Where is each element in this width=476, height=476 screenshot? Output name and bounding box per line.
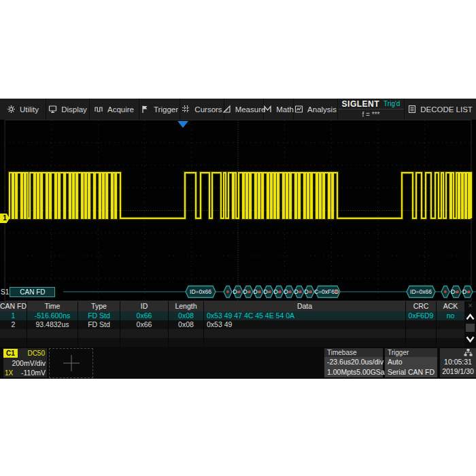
- truncated-data-dot: [269, 290, 271, 293]
- menu-item-math[interactable]: Math: [264, 99, 294, 120]
- cell-id: 0x66: [120, 311, 169, 320]
- decode-protocol-box: CAN FD: [10, 287, 55, 297]
- analysis-chart-icon: [294, 105, 303, 114]
- frequency-readout: f = ***: [338, 109, 404, 120]
- truncated-data-dot: [444, 290, 447, 293]
- menu-item-analysis[interactable]: Analysis: [294, 99, 338, 120]
- truncated-data-dot: [238, 290, 241, 293]
- gear-icon: [7, 105, 16, 114]
- truncated-data-dot: [226, 290, 229, 293]
- channel-offset: -110mV: [21, 369, 46, 377]
- timebase-title: Timebase: [324, 348, 383, 357]
- trigger-panel[interactable]: Trigger Auto Serial CAN FD: [385, 348, 437, 377]
- monitor-icon: [48, 105, 57, 114]
- decode-bus-label[interactable]: S1 CAN FD: [0, 286, 55, 298]
- channel1-descriptor[interactable]: C1 DC50 200mV/div 1X -110mV: [3, 348, 47, 377]
- time-display: 10:05:31: [440, 357, 476, 367]
- menu-item-display[interactable]: Display: [46, 99, 90, 120]
- table-scrollbar: ×: [464, 301, 476, 347]
- menu-item-utility[interactable]: Utility: [0, 99, 46, 120]
- cell-crc: 0xF6D9: [406, 311, 437, 320]
- decode-list-button[interactable]: DECODE LIST: [405, 99, 476, 120]
- truncated-data-dot: [335, 290, 338, 293]
- decode-list-label: DECODE LIST: [420, 105, 473, 114]
- timebase-panel[interactable]: Timebase -23.6us 20.0us/div 1.00Mpts 5.0…: [324, 348, 383, 377]
- decode-source-label: S1: [1, 288, 9, 296]
- trigger-title: Trigger: [385, 348, 437, 357]
- column-header-id: ID: [120, 301, 169, 311]
- decode-table: CAN FD Time Type ID Length Data CRC ACK …: [0, 301, 476, 347]
- status-bar: C1 DC50 200mV/div 1X -110mV Timebase -23…: [0, 347, 476, 379]
- column-header-time: Time: [27, 301, 78, 311]
- square-wave-icon: [95, 105, 103, 114]
- cell-data: 0x53 49 47 4C 45 4E 54 0A: [204, 311, 406, 320]
- cell-data: 0x53 49: [204, 320, 406, 329]
- add-channel-button[interactable]: [49, 348, 93, 378]
- scroll-down-button[interactable]: [466, 335, 475, 343]
- menu-item-label: Math: [276, 105, 294, 114]
- cell-type: FD Std: [78, 311, 120, 320]
- cell-length: 0x08: [169, 311, 204, 320]
- decode-bubble-label: ID=0x66: [410, 288, 432, 295]
- cell-frame-number: 2: [0, 320, 27, 329]
- date-display: 2019/1/30: [440, 367, 476, 376]
- siglent-logo: SIGLENT: [342, 99, 380, 109]
- truncated-data-dot: [258, 290, 261, 293]
- trigger-position-marker[interactable]: [177, 121, 188, 128]
- cell-time: 93.4832us: [27, 320, 78, 329]
- brand-block: SIGLENT Trig'd f = ***: [338, 99, 405, 120]
- column-header-canfd: CAN FD: [0, 301, 27, 311]
- decode-bubble-label: C=0xF6D: [314, 288, 339, 295]
- cell-type: FD Std: [78, 320, 120, 329]
- list-icon: [408, 105, 416, 114]
- menu-item-label: Acquire: [107, 105, 134, 114]
- can-signal-trace: [5, 173, 471, 218]
- menu-item-measure[interactable]: Measure: [224, 99, 264, 120]
- decode-table-header: CAN FD Time Type ID Length Data CRC ACK: [0, 301, 464, 311]
- menu-item-label: Display: [61, 105, 87, 114]
- channel1-badge: C1: [3, 349, 18, 358]
- trigger-mode: Auto: [388, 357, 403, 367]
- trigger-status-badge: Trig'd: [384, 100, 400, 107]
- decode-bubble-label: ID=0x66: [190, 288, 211, 295]
- cell-ack: no: [437, 311, 464, 320]
- menu-item-trigger[interactable]: Trigger: [139, 99, 180, 120]
- scroll-up-button[interactable]: [466, 313, 475, 321]
- clock-panel[interactable]: 10:05:31 2019/1/30: [440, 348, 476, 377]
- waveform-plot: [0, 120, 476, 301]
- column-header-length: Length: [169, 301, 204, 311]
- menu-item-label: Measure: [235, 105, 266, 114]
- scrollbar-thumb[interactable]: [466, 324, 475, 332]
- menu-item-acquire[interactable]: Acquire: [90, 99, 139, 120]
- table-row[interactable]: 1 -516.600ns FD Std 0x66 0x08 0x53 49 47…: [0, 311, 464, 320]
- network-icon: [464, 349, 473, 356]
- plus-icon: [60, 352, 83, 375]
- truncated-data-dot: [456, 290, 459, 293]
- menu-bar: Utility Display Acquire Trigger: [0, 99, 476, 120]
- cell-id: 0x66: [120, 320, 169, 329]
- channel-probe: 1X: [5, 369, 13, 377]
- waveform-area: 1 ID=0x66D=D=D=D=D=D=D=D=C=0xF6DID=0x66D…: [0, 120, 476, 301]
- column-header-crc: CRC: [406, 301, 437, 311]
- table-row-empty: [0, 338, 464, 347]
- channel-scale: 200mV/div: [12, 359, 46, 367]
- oscilloscope-screen: Utility Display Acquire Trigger: [0, 99, 476, 379]
- cell-crc: [406, 320, 437, 329]
- flag-icon: [141, 105, 150, 114]
- column-header-ack: ACK: [437, 301, 464, 311]
- truncated-data-dot: [309, 290, 312, 293]
- timebase-scale: 20.0us/div: [351, 357, 384, 367]
- truncated-data-dot: [279, 290, 282, 293]
- close-decode-table-button[interactable]: ×: [464, 301, 476, 310]
- timebase-points: 1.00Mpts: [327, 367, 356, 377]
- crosshair-hash-icon: [182, 105, 190, 114]
- truncated-data-dot: [299, 290, 302, 293]
- cell-ack: [437, 320, 464, 329]
- column-header-type: Type: [78, 301, 120, 311]
- set-square-icon: [222, 105, 231, 114]
- menu-item-label: Utility: [20, 105, 39, 114]
- menu-item-cursors[interactable]: Cursors: [180, 99, 224, 120]
- cell-length: 0x08: [169, 320, 204, 329]
- table-row[interactable]: 2 93.4832us FD Std 0x66 0x08 0x53 49: [0, 320, 464, 329]
- cell-frame-number: 1: [0, 311, 27, 320]
